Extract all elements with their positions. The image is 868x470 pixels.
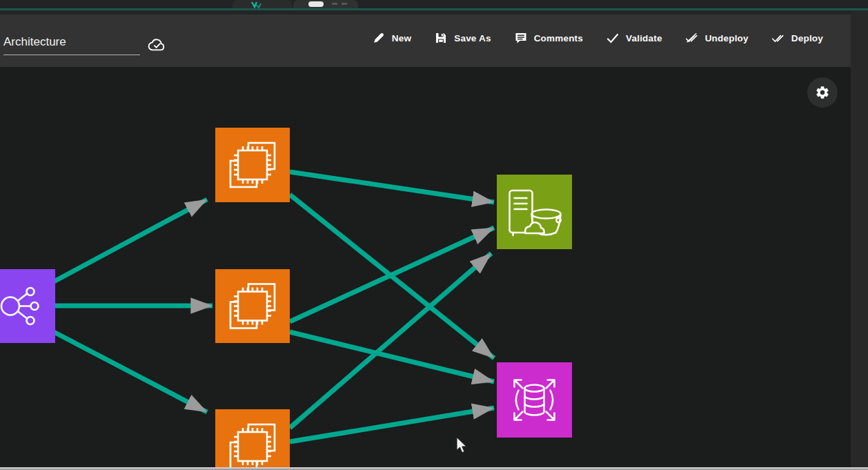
tab-badge-icon <box>308 1 324 7</box>
toolbar-button-label: Validate <box>626 33 662 43</box>
double-check-slash-icon <box>685 31 699 45</box>
pencil-icon <box>372 31 386 45</box>
right-scroll-area[interactable] <box>851 10 868 467</box>
toolbar-button-label: Save As <box>454 33 491 43</box>
edge-compute-1-to-storage[interactable] <box>290 172 494 202</box>
toolbar-button-label: Deploy <box>791 33 823 43</box>
node-load-balancer[interactable] <box>0 269 55 343</box>
check-icon <box>606 31 620 45</box>
toolbar-button-label: Undeploy <box>705 33 749 43</box>
node-compute-3[interactable] <box>215 409 290 467</box>
tab-text-fragment <box>332 3 337 5</box>
editor-header: NewSave AsCommentsValidateUndeployDeploy <box>0 14 851 67</box>
toolbar-undeploy-button[interactable]: Undeploy <box>685 31 749 45</box>
window-bottom-edge <box>0 467 868 470</box>
toolbar-button-label: Comments <box>534 33 583 43</box>
edge-load-balancer-to-compute-3[interactable] <box>54 332 207 412</box>
toolbar-validate-button[interactable]: Validate <box>606 31 662 45</box>
browser-tab-fragment[interactable] <box>293 0 358 8</box>
diagram-title-area <box>3 34 168 55</box>
app-logo-icon <box>250 1 262 8</box>
canvas-settings-button[interactable] <box>807 77 838 108</box>
toolbar-deploy-button[interactable]: Deploy <box>771 31 823 45</box>
toolbar-button-label: New <box>392 33 411 43</box>
toolbar-comments-button[interactable]: Comments <box>514 31 583 45</box>
node-compute-1[interactable] <box>215 128 290 202</box>
editor-toolbar: NewSave AsCommentsValidateUndeployDeploy <box>372 31 823 45</box>
toolbar-new-button[interactable]: New <box>372 31 411 45</box>
edge-compute-3-to-database[interactable] <box>290 408 494 442</box>
comment-icon <box>514 31 528 45</box>
browser-tab-fragment[interactable] <box>233 0 292 8</box>
node-compute-2[interactable] <box>215 269 290 343</box>
diagram-layer <box>0 67 851 470</box>
toolbar-save-as-button[interactable]: Save As <box>434 31 491 45</box>
node-storage[interactable] <box>497 175 572 249</box>
tab-text-fragment <box>342 3 347 5</box>
diagram-canvas[interactable] <box>0 67 851 467</box>
double-check-icon <box>771 31 785 45</box>
app-window: NewSave AsCommentsValidateUndeployDeploy <box>0 0 868 470</box>
floppy-icon <box>434 31 448 45</box>
cloud-check-icon <box>147 37 168 52</box>
node-database[interactable] <box>497 362 572 438</box>
edge-load-balancer-to-compute-1[interactable] <box>54 199 207 282</box>
diagram-title-input[interactable] <box>3 34 140 55</box>
gear-icon <box>815 85 830 100</box>
browser-tab-bar <box>0 0 868 8</box>
